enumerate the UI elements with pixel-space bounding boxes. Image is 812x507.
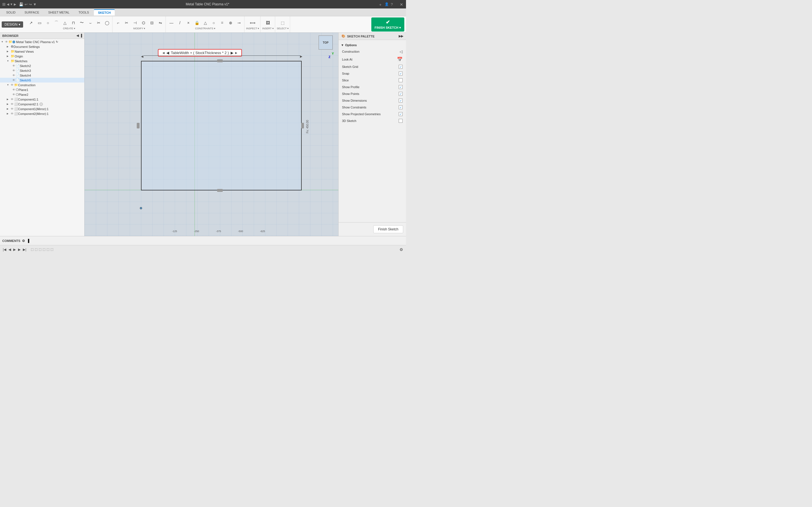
play-end-btn[interactable]: ▶| [23,247,26,251]
arc-tool[interactable]: ⌒ [52,19,60,27]
eye-icon[interactable]: 👁 [12,69,15,72]
tree-item-component1[interactable]: ▶ 👁 ⬜ Component1:1 [0,97,84,102]
left-edge-handle[interactable] [137,123,140,128]
finish-sketch-button[interactable]: Finish Sketch [373,225,403,233]
plus-icon[interactable]: ＋ [378,2,382,6]
rect-tool[interactable]: ▭ [36,19,43,27]
browser-collapse-icon[interactable]: ◀ [77,34,79,38]
tree-item-sketches[interactable]: ▼ 📁 Sketches [0,59,84,63]
play-start-btn[interactable]: |◀ [3,247,6,251]
tree-item-sketch3[interactable]: 👁 📄 Sketch3 [0,68,84,73]
tree-item-sketch5[interactable]: 👁 📄 Sketch5 [0,78,84,82]
tab-surface[interactable]: SURFACE [20,10,43,15]
tab-tools[interactable]: TOOLS [74,10,93,15]
tree-item-doc-settings[interactable]: ▶ ⚙ Document Settings [0,44,84,49]
palette-expand-icon[interactable]: ▶▶ [399,34,403,38]
inspect-tool[interactable]: ⟺ [249,19,257,27]
bottom-edge-handle[interactable] [217,189,223,192]
user-icon[interactable]: 👤 [385,2,389,6]
eye-icon[interactable]: 👁 [12,88,15,91]
construction-icon[interactable]: ◁ [400,49,403,54]
spline-tool[interactable]: 〜 [78,19,86,27]
select-label[interactable]: SELECT ▾ [277,27,289,30]
show-profile-checkbox[interactable] [399,85,403,89]
tree-item-sketch2[interactable]: 👁 📄 Sketch2 [0,63,84,68]
line-tool[interactable]: ↗ [27,19,35,27]
fix-tool[interactable]: ⊸ [235,19,243,27]
circle-tool[interactable]: ○ [44,19,52,27]
eye-icon[interactable]: 👁 [11,98,13,101]
undo-icon[interactable]: ↩ [24,2,28,6]
tree-item-named-views[interactable]: ▶ 📁 Named Views [0,49,84,54]
timeline-icon-1[interactable]: ⬚ [31,247,34,251]
concentric-tool[interactable]: × [185,19,192,27]
help-icon[interactable]: ? [391,2,395,6]
show-dimensions-checkbox[interactable] [399,99,403,103]
timeline-icon-5[interactable]: ⬚ [47,247,49,251]
trim-tool[interactable]: ✂ [123,19,131,27]
tree-item-component1-mirror[interactable]: ▶ 👁 ⬜ Component1(Mirror):1 [0,107,84,111]
timeline-icon-6[interactable]: ⬚ [50,247,53,251]
tree-item-sketch4[interactable]: 👁 📄 Sketch4 [0,73,84,78]
eye-icon[interactable]: 👁 [11,103,13,106]
show-points-checkbox[interactable] [399,92,403,96]
eye-icon[interactable]: 👁 [12,64,15,67]
comments-expand-icon[interactable]: ▐ [27,239,29,243]
eye-icon[interactable]: 👁 [5,40,8,43]
mirror-tool[interactable]: ⇋ [156,19,164,27]
collinear-tool[interactable]: / [176,19,184,27]
select-tool[interactable]: ⬚ [279,19,287,27]
tree-item-construction[interactable]: ▼ 👁 📁 Construction [0,82,84,87]
tree-item-component2-mirror[interactable]: ▶ 👁 ⬜ Component2(Mirror):1 [0,111,84,116]
view-cube[interactable]: TOP [319,36,336,52]
tree-item-origin[interactable]: ▶ 📁 Origin [0,54,84,59]
canvas-area[interactable]: ◀ TableWidth + ( StockThickness * 2 ) ▶ … [85,33,338,236]
modify-label[interactable]: MODIFY ▾ [133,27,145,30]
coincident-tool[interactable]: — [167,19,175,27]
timeline-icon-4[interactable]: ⬚ [43,247,45,251]
dimension-text[interactable]: TableWidth + ( StockThickness * 2 ) [171,51,229,55]
sketch-grid-checkbox[interactable] [399,65,403,69]
fillet-tool[interactable]: ⌐ [114,19,122,27]
tangent-tool[interactable]: ○ [210,19,218,27]
slice-checkbox[interactable] [399,78,403,82]
offset-tool[interactable]: ⊟ [148,19,156,27]
play-next-btn[interactable]: ▶ [18,247,20,251]
refresh-icon[interactable]: ↻ [56,40,58,43]
tab-solid[interactable]: SOLID [2,10,19,15]
constraints-label[interactable]: CONSTRAINTS ▾ [195,27,215,30]
play-prev-btn[interactable]: ◀ [8,247,11,251]
browser-menu-icon[interactable]: ▐ [80,34,82,38]
tree-item-plane1[interactable]: 👁 ⬡ Plane1 [0,87,84,92]
slot-tool[interactable]: ⊓ [69,19,77,27]
3d-sketch-checkbox[interactable] [399,119,403,123]
timeline-icon-2[interactable]: ⬚ [35,247,38,251]
timeline-icon-3[interactable]: ⬚ [39,247,42,251]
show-projected-checkbox[interactable] [399,112,403,116]
cube-top-face[interactable]: TOP [319,36,333,50]
look-at-icon[interactable]: 📅 [397,57,403,62]
tab-sheet-metal[interactable]: SHEET METAL [44,10,73,15]
nav-arrows[interactable]: ◀ ▼ ▶ [7,3,16,6]
create-label[interactable]: CREATE ▾ [63,27,75,30]
ellipse-tool[interactable]: ◯ [103,19,111,27]
right-edge-handle[interactable] [301,123,304,128]
eye-icon[interactable]: 👁 [12,78,15,82]
equal-tool[interactable]: △ [201,19,209,27]
tree-item-component2[interactable]: ▶ 👁 ⬜ Component2:1 [0,102,84,107]
options-section-header[interactable]: ▼ Options [341,42,404,48]
redo-icon[interactable]: ↪ [29,2,32,6]
insert-label[interactable]: INSERT ▾ [262,27,273,30]
tree-item-root[interactable]: ▼ 👁 📁 Metal Table CNC Plasma v1 ↻ [0,40,84,44]
status-settings-icon[interactable]: ⚙ [400,247,403,252]
extend-tool[interactable]: ⊣ [131,19,139,27]
break-tool[interactable]: ⌬ [140,19,147,27]
point-tool[interactable]: ✂ [95,19,103,27]
eye-icon[interactable]: 👁 [11,112,13,115]
eye-icon[interactable]: 👁 [11,107,13,110]
comments-settings-icon[interactable]: ⚙ [22,239,25,243]
eye-icon[interactable]: 👁 [12,74,15,77]
polygon-tool[interactable]: △ [61,19,69,27]
top-edge-handle[interactable] [217,59,223,62]
conic-tool[interactable]: ⌣ [86,19,94,27]
